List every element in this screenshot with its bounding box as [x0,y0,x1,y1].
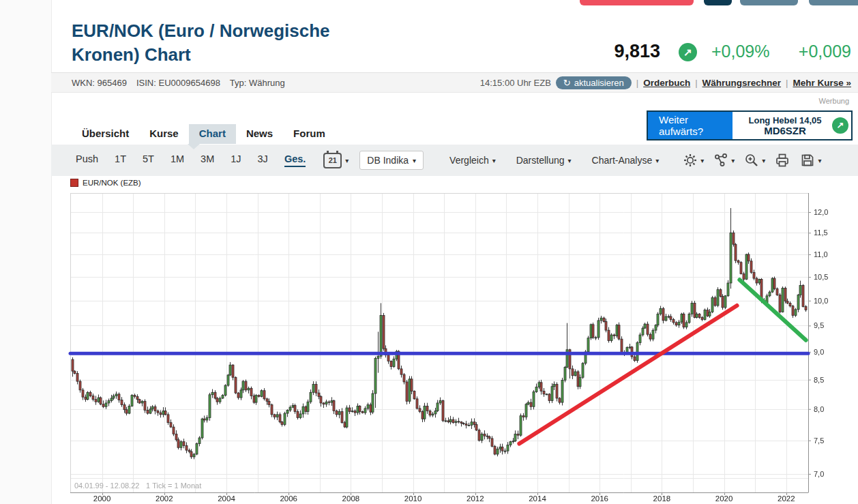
tab-chart[interactable]: Chart [189,124,236,144]
instrument-ids: WKN: 965469 ISIN: EU0009654698 Typ: Währ… [72,78,285,88]
print-icon [774,152,790,168]
range-1j[interactable]: 1J [231,153,241,167]
darstellung-menu[interactable]: Darstellung▾ [516,155,572,166]
tab-kurse[interactable]: Kurse [139,124,189,144]
instrument-info-band: WKN: 965469 ISIN: EU0009654698 Typ: Währ… [51,72,858,93]
zoom-in-icon [743,152,760,168]
page-title: EUR/NOK (Euro / Norwegische Kronen) Char… [72,19,426,67]
ad-label: Werbung [713,97,849,105]
range-1t[interactable]: 1T [115,153,126,167]
series-color-swatch [70,179,78,187]
tab-news[interactable]: News [236,124,283,144]
refresh-icon: ↻ [563,78,571,88]
chart-legend: EUR/NOK (EZB) [70,179,141,187]
print-button[interactable] [774,152,790,168]
share-button[interactable]: ▾ [713,152,735,168]
top-nav-pill-red[interactable] [580,0,694,5]
left-margin-rail [0,0,52,504]
waehrungsrechner-link[interactable]: Währungsrechner [702,78,782,88]
change-percent: +0,09% [711,42,770,61]
range-1m[interactable]: 1M [171,153,184,167]
save-icon [799,152,816,168]
range-selector: Push 1T 5T 1M 3M 1J 3J Ges. [76,153,306,167]
calendar-icon: 21 [323,153,342,168]
ad-question: Weiter aufwärts? [648,112,733,139]
series-name: EUR/NOK (EZB) [83,179,141,187]
ad-product-line1: Long Hebel 14,05 [738,115,832,125]
range-push[interactable]: Push [76,153,98,167]
chart-analyse-menu[interactable]: Chart-Analyse▾ [592,155,660,166]
wkn: WKN: 965469 [72,78,127,88]
price-chart-canvas[interactable] [68,192,858,504]
typ: Typ: Währung [230,78,285,88]
active-tab-notch [188,144,200,149]
chevron-down-icon: ▾ [345,157,349,164]
settings-icon [682,152,698,168]
quote-timestamp: 14:15:00 Uhr EZB [480,78,551,88]
chevron-down-icon: ▾ [655,157,659,164]
settings-button[interactable]: ▾ [682,152,704,168]
eurnok-chart-page: EUR/NOK (Euro / Norwegische Kronen) Char… [0,0,858,504]
page-title-line2: Kronen) Chart [72,43,426,67]
zoom-button[interactable]: ▾ [743,152,765,168]
trend-up-arrow-icon: ↗ [679,43,697,61]
share-icon [713,152,729,168]
range-3m[interactable]: 3M [201,153,214,167]
ad-arrow-icon: ↗ [832,117,848,134]
section-tabs: Übersicht Kurse Chart News Forum [72,124,336,144]
chevron-down-icon: ▾ [818,157,821,164]
refresh-button[interactable]: ↻ aktualisieren [556,76,632,89]
calendar-range-button[interactable]: 21 ▾ [323,153,349,168]
last-price: 9,813 [587,41,660,62]
top-nav-pill-navy[interactable] [704,0,732,5]
chevron-down-icon: ▾ [492,157,496,164]
vergleich-menu[interactable]: Vergleich▾ [449,155,496,166]
top-nav-pill-slate2[interactable] [809,0,858,5]
tab-uebersicht[interactable]: Übersicht [72,124,139,144]
ad-product-code: MD6SZR [738,125,832,136]
indicator-dropdown[interactable]: DB Indika ▾ [359,151,424,170]
range-3j[interactable]: 3J [258,153,268,167]
ad-banner[interactable]: Weiter aufwärts? Long Hebel 14,05 MD6SZR… [647,110,853,140]
range-5t[interactable]: 5T [143,153,154,167]
orderbuch-link[interactable]: Orderbuch [643,78,690,88]
top-nav-pill-slate[interactable] [740,0,798,5]
tab-forum[interactable]: Forum [283,124,336,144]
mehr-kurse-link[interactable]: Mehr Kurse » [793,78,851,88]
ad-product-box: Long Hebel 14,05 MD6SZR ↗ [733,112,851,139]
isin: ISIN: EU0009654698 [136,78,220,88]
chevron-down-icon: ▾ [568,157,572,164]
chevron-down-icon: ▾ [731,157,735,164]
chevron-down-icon: ▾ [700,157,704,164]
page-title-line1: EUR/NOK (Euro / Norwegische [72,19,426,43]
chart-toolbar: Push 1T 5T 1M 3M 1J 3J Ges. 21 ▾ DB Indi… [51,145,858,176]
chevron-down-icon: ▾ [413,157,416,164]
range-ges[interactable]: Ges. [284,153,306,167]
save-button[interactable]: ▾ [799,152,821,168]
change-absolute: +0,009 [783,42,851,61]
chevron-down-icon: ▾ [762,157,765,164]
